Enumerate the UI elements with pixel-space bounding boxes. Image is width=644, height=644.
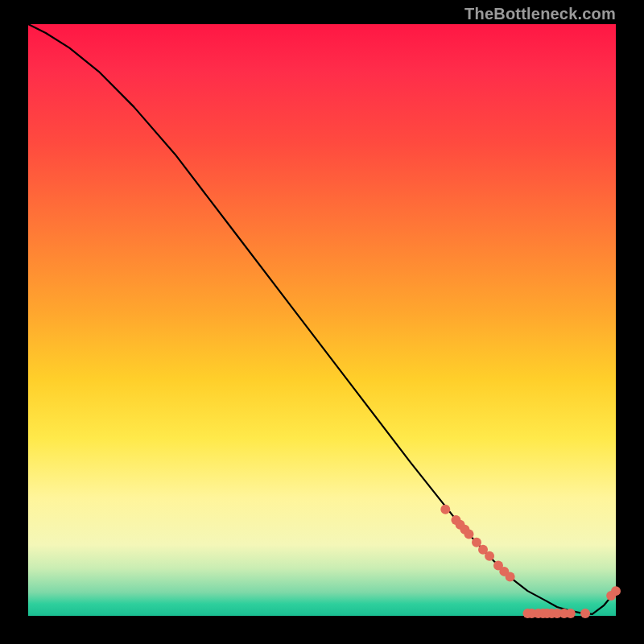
scatter-markers <box>440 505 621 618</box>
marker-point <box>566 609 576 618</box>
plot-svg <box>28 24 616 616</box>
marker-point <box>611 586 621 596</box>
marker-point <box>506 572 515 581</box>
watermark-text: TheBottleneck.com <box>464 5 616 23</box>
marker-point <box>485 551 494 561</box>
curve-path <box>28 24 616 614</box>
marker-point <box>464 530 474 539</box>
marker-point <box>580 609 590 618</box>
marker-point <box>440 505 450 514</box>
chart-stage: TheBottleneck.com <box>0 0 644 644</box>
plot-area <box>28 24 616 616</box>
marker-point <box>472 538 481 547</box>
